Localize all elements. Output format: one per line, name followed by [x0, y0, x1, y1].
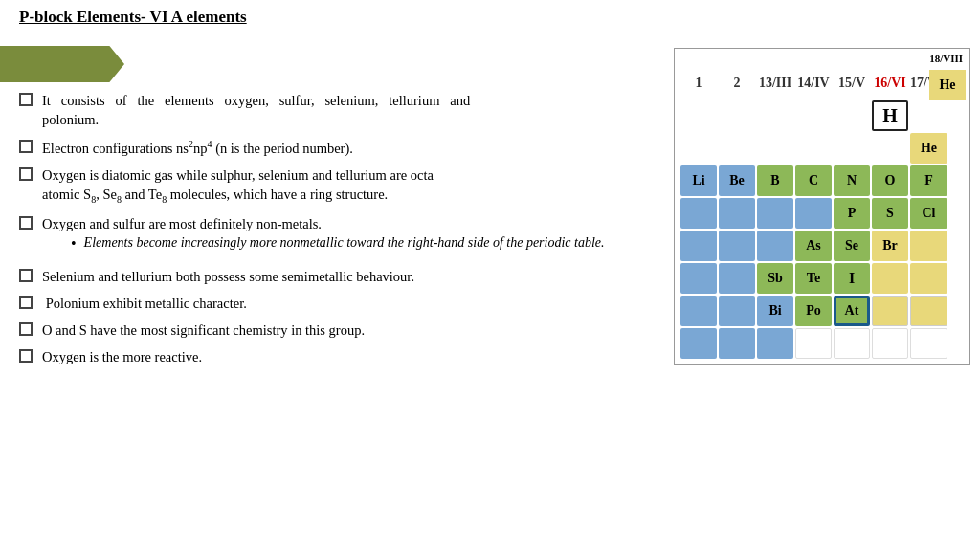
- element-I: I: [834, 263, 870, 294]
- element-Cl: Cl: [910, 198, 947, 229]
- col-14: 14/IV: [795, 68, 832, 99]
- empty-p7g: [910, 328, 947, 359]
- checkbox-6: [19, 296, 33, 309]
- element-O: O: [872, 165, 908, 196]
- empty-he: [680, 133, 908, 164]
- checkbox-3: [19, 167, 33, 181]
- element-table: 1 2 13/III 14/IV 15/V 16/VI 17/VII H: [679, 66, 949, 361]
- element-H: H: [872, 100, 908, 131]
- bullet-5-text: Selenium and tellurium both possess some…: [42, 267, 664, 286]
- empty-p3c: [757, 198, 793, 229]
- checkbox-5: [19, 269, 33, 282]
- bullet-1-text: It consists of the elements oxygen, sulf…: [42, 91, 664, 130]
- bullet-6: Polonium exhibit metallic character.: [19, 294, 664, 313]
- bullet-4: Oxygen and sulfur are most definitely no…: [19, 214, 664, 259]
- element-As: As: [795, 231, 832, 261]
- empty-p5c: [872, 263, 908, 294]
- empty-p7c: [757, 328, 793, 359]
- col-16: 16/VI: [872, 68, 908, 99]
- empty-p4d: [910, 231, 947, 261]
- bullet-5: Selenium and tellurium both possess some…: [19, 267, 664, 286]
- element-Li: Li: [680, 165, 717, 196]
- element-Br: Br: [872, 231, 908, 261]
- periodic-table-section: 18/VIII 1 2 13/III 14/IV 15/V 16/VI 17/V…: [674, 38, 970, 375]
- element-Po: Po: [795, 296, 832, 326]
- bullet-6-text: Polonium exhibit metallic character.: [42, 294, 664, 313]
- empty-p5d: [910, 263, 947, 294]
- element-Be: Be: [719, 165, 755, 196]
- periodic-table: 18/VIII 1 2 13/III 14/IV 15/V 16/VI 17/V…: [674, 48, 970, 365]
- period-5-row: Sb Te I: [680, 263, 947, 294]
- element-Se: Se: [834, 231, 870, 261]
- empty-p4b: [719, 231, 755, 261]
- empty-p7d: [795, 328, 832, 359]
- empty-p6c: [872, 296, 908, 326]
- element-P: P: [834, 198, 870, 229]
- element-He-toplevel: He: [929, 70, 966, 100]
- bullet-7-text: O and S have the most significant chemis…: [42, 320, 664, 340]
- col-headers-row: 1 2 13/III 14/IV 15/V 16/VI 17/VII: [680, 68, 947, 99]
- empty-p7b: [719, 328, 755, 359]
- element-He: He: [910, 133, 947, 164]
- bullet-8-text: Oxygen is the more reactive.: [42, 347, 664, 366]
- bullet-8: Oxygen is the more reactive.: [19, 347, 664, 366]
- page-title: P-block Elements- VI A elements: [0, 0, 980, 31]
- col-2: 2: [719, 68, 755, 99]
- checkbox-4: [19, 216, 33, 230]
- period-2-row: Li Be B C N O F: [680, 165, 947, 196]
- empty-p7f: [872, 328, 908, 359]
- bullet-list: It consists of the elements oxygen, sulf…: [10, 38, 664, 375]
- col-13: 13/III: [757, 68, 793, 99]
- empty-p6d: [910, 296, 947, 326]
- period-4-row: As Se Br: [680, 231, 947, 261]
- group-18-label: 18/VIII: [679, 53, 966, 64]
- period-3-row: P S Cl: [680, 198, 947, 229]
- empty-p5a: [680, 263, 717, 294]
- empty-p3a: [680, 198, 717, 229]
- empty-r1b: [910, 100, 947, 131]
- checkbox-8: [19, 349, 33, 363]
- col-1: 1: [680, 68, 717, 99]
- empty-p5b: [719, 263, 755, 294]
- empty-p4c: [757, 231, 793, 261]
- sub-bullet-1: Elements become increasingly more nonmet…: [71, 233, 664, 254]
- section-arrow: [0, 46, 124, 82]
- element-B: B: [757, 165, 793, 196]
- empty-p7a: [680, 328, 717, 359]
- element-At: At: [834, 296, 870, 326]
- checkbox-1: [19, 93, 33, 106]
- bullet-3: Oxygen is diatomic gas while sulphur, se…: [19, 165, 664, 207]
- empty-p6a: [680, 296, 717, 326]
- bullet-3-text: Oxygen is diatomic gas while sulphur, se…: [42, 165, 664, 207]
- bullet-2-text: Electron configurations ns2np4 (n is the…: [42, 138, 664, 158]
- period-he-row: He: [680, 133, 947, 164]
- period-6-row: Bi Po At: [680, 296, 947, 326]
- element-N: N: [834, 165, 870, 196]
- empty-p3b: [719, 198, 755, 229]
- bullet-4-text: Oxygen and sulfur are most definitely no…: [42, 214, 664, 259]
- element-Te: Te: [795, 263, 832, 294]
- checkbox-7: [19, 322, 33, 336]
- bullet-7: O and S have the most significant chemis…: [19, 320, 664, 340]
- empty-p4a: [680, 231, 717, 261]
- element-F: F: [910, 165, 947, 196]
- period-7-row: [680, 328, 947, 359]
- element-S: S: [872, 198, 908, 229]
- col-15: 15/V: [834, 68, 870, 99]
- empty-p3d: [795, 198, 832, 229]
- checkbox-2: [19, 140, 33, 153]
- bullet-1: It consists of the elements oxygen, sulf…: [19, 91, 664, 130]
- period-1-row: H: [680, 100, 947, 131]
- empty-p6b: [719, 296, 755, 326]
- element-Bi: Bi: [757, 296, 793, 326]
- element-C: C: [795, 165, 832, 196]
- empty-p7e: [834, 328, 870, 359]
- bullet-2: Electron configurations ns2np4 (n is the…: [19, 138, 664, 158]
- element-Sb: Sb: [757, 263, 793, 294]
- empty-r1: [680, 100, 870, 131]
